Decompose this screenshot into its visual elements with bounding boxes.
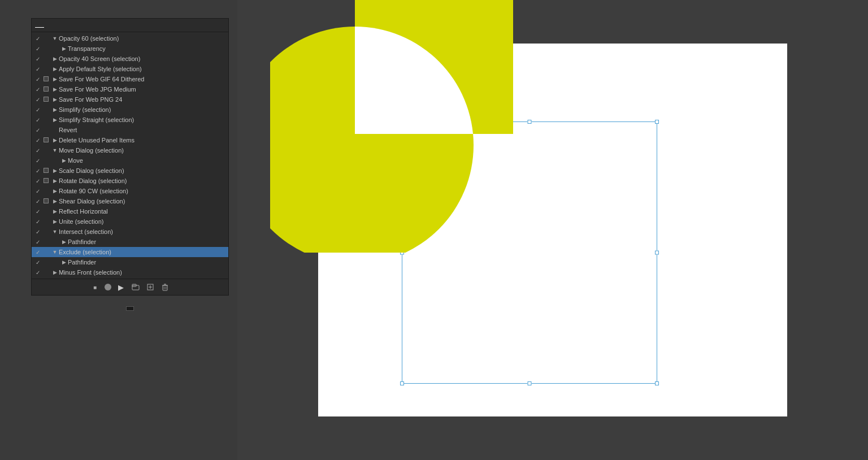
chevron-11[interactable]: ▶	[52, 137, 58, 143]
chevron-6[interactable]: ▶	[52, 86, 58, 92]
item-label-2: Transparency	[68, 45, 106, 52]
action-item-17[interactable]: ✓▶Shear Dialog (selection)	[32, 196, 228, 206]
new-action-button[interactable]	[145, 282, 155, 292]
item-label-19: Unite (selection)	[59, 218, 103, 225]
new-action-set-button[interactable]	[131, 282, 141, 292]
panel-tabs	[35, 23, 216, 28]
action-item-11[interactable]: ✓▶Delete Unused Panel Items	[32, 135, 228, 145]
chevron-22[interactable]: ▼	[52, 249, 58, 255]
check-mark-7: ✓	[34, 97, 42, 103]
handle-br[interactable]	[655, 381, 659, 385]
item-label-10: Revert	[59, 127, 77, 133]
action-item-3[interactable]: ✓▶Opacity 40 Screen (selection)	[32, 54, 228, 64]
action-item-2[interactable]: ✓▶Transparency	[32, 44, 228, 54]
play-button[interactable]: ▶	[116, 282, 126, 292]
handle-bl[interactable]	[400, 381, 404, 385]
chevron-9[interactable]: ▶	[52, 117, 58, 123]
action-item-24[interactable]: ✓▶Minus Front (selection)	[32, 267, 228, 277]
item-label-5: Save For Web GIF 64 Dithered	[59, 76, 144, 83]
action-item-16[interactable]: ✓▶Rotate 90 CW (selection)	[32, 186, 228, 196]
checkbox-11[interactable]	[42, 137, 50, 144]
action-item-6[interactable]: ✓▶Save For Web JPG Medium	[32, 84, 228, 94]
tab-actions[interactable]	[35, 23, 44, 28]
chevron-14[interactable]: ▶	[52, 168, 58, 173]
artboard	[318, 44, 787, 416]
item-label-18: Reflect Horizontal	[59, 208, 108, 215]
check-mark-9: ✓	[34, 117, 42, 123]
chevron-3[interactable]: ▶	[52, 56, 58, 62]
tab-links[interactable]	[44, 23, 53, 28]
chevron-8[interactable]: ▶	[52, 107, 58, 112]
svg-rect-5	[163, 285, 167, 290]
checkbox-6[interactable]	[42, 86, 50, 93]
chevron-23[interactable]: ▶	[61, 259, 67, 265]
item-label-17: Shear Dialog (selection)	[59, 198, 125, 205]
chevron-15[interactable]: ▶	[52, 178, 58, 184]
checkbox-14[interactable]	[42, 167, 50, 174]
handle-tr[interactable]	[655, 120, 659, 124]
action-item-22[interactable]: ✓▼Exclude (selection)	[32, 247, 228, 257]
chevron-5[interactable]: ▶	[52, 76, 58, 82]
artwork-svg	[270, 0, 530, 253]
action-item-4[interactable]: ✓▶Apply Default Style (selection)	[32, 64, 228, 74]
chevron-1[interactable]: ▼	[52, 36, 58, 41]
chevron-16[interactable]: ▶	[52, 188, 58, 194]
item-label-14: Scale Dialog (selection)	[59, 167, 124, 174]
action-item-13[interactable]: ✓▶Move	[32, 155, 228, 166]
action-item-5[interactable]: ✓▶Save For Web GIF 64 Dithered	[32, 74, 228, 84]
chevron-24[interactable]: ▶	[52, 270, 58, 275]
chevron-21[interactable]: ▶	[61, 239, 67, 245]
chevron-2[interactable]: ▶	[61, 46, 67, 51]
check-mark-21: ✓	[34, 239, 42, 245]
check-mark-11: ✓	[34, 137, 42, 144]
checkbox-5[interactable]	[42, 76, 50, 83]
action-item-20[interactable]: ✓▼Intersect (selection)	[32, 227, 228, 237]
action-item-18[interactable]: ✓▶Reflect Horizontal	[32, 206, 228, 216]
action-item-21[interactable]: ✓▶Pathfinder	[32, 237, 228, 247]
record-button[interactable]	[105, 284, 111, 290]
action-item-9[interactable]: ✓▶Simplify Straight (selection)	[32, 115, 228, 125]
item-label-23: Pathfinder	[68, 259, 96, 266]
action-item-14[interactable]: ✓▶Scale Dialog (selection)	[32, 166, 228, 176]
item-label-7: Save For Web PNG 24	[59, 96, 122, 103]
check-mark-12: ✓	[34, 147, 42, 154]
check-mark-1: ✓	[34, 36, 42, 42]
item-label-1: Opacity 60 (selection)	[59, 35, 119, 42]
checkbox-15[interactable]	[42, 177, 50, 184]
action-item-15[interactable]: ✓▶Rotate Dialog (selection)	[32, 176, 228, 186]
panel-footer: ■ ▶	[32, 279, 228, 295]
handle-mr[interactable]	[655, 251, 659, 255]
check-mark-22: ✓	[34, 249, 42, 255]
chevron-19[interactable]: ▶	[52, 219, 58, 224]
chevron-7[interactable]: ▶	[52, 97, 58, 102]
chevron-12[interactable]: ▼	[52, 147, 58, 153]
action-item-10[interactable]: ✓Revert	[32, 125, 228, 135]
action-item-23[interactable]: ✓▶Pathfinder	[32, 257, 228, 267]
stop-button[interactable]: ■	[90, 282, 100, 292]
action-item-19[interactable]: ✓▶Unite (selection)	[32, 216, 228, 227]
item-label-12: Move Dialog (selection)	[59, 147, 124, 154]
item-label-16: Rotate 90 CW (selection)	[59, 188, 128, 194]
check-mark-4: ✓	[34, 66, 42, 72]
check-mark-6: ✓	[34, 86, 42, 93]
delete-button[interactable]	[160, 282, 170, 292]
check-mark-19: ✓	[34, 219, 42, 225]
action-list: ✓▼Opacity 60 (selection)✓▶Transparency✓▶…	[32, 32, 228, 279]
handle-bm[interactable]	[528, 381, 532, 385]
action-item-12[interactable]: ✓▼Move Dialog (selection)	[32, 145, 228, 155]
check-mark-3: ✓	[34, 56, 42, 62]
chevron-18[interactable]: ▶	[52, 209, 58, 214]
action-item-7[interactable]: ✓▶Save For Web PNG 24	[32, 94, 228, 105]
item-label-24: Minus Front (selection)	[59, 269, 122, 276]
chevron-4[interactable]: ▶	[52, 66, 58, 72]
checkbox-7[interactable]	[42, 96, 50, 103]
item-label-6: Save For Web JPG Medium	[59, 86, 136, 93]
action-item-1[interactable]: ✓▼Opacity 60 (selection)	[32, 33, 228, 44]
checkbox-17[interactable]	[42, 198, 50, 205]
chevron-20[interactable]: ▼	[52, 229, 58, 235]
play-tooltip	[126, 306, 134, 311]
chevron-13[interactable]: ▶	[61, 158, 67, 163]
chevron-17[interactable]: ▶	[52, 198, 58, 204]
action-item-8[interactable]: ✓▶Simplify (selection)	[32, 105, 228, 115]
check-mark-8: ✓	[34, 107, 42, 113]
